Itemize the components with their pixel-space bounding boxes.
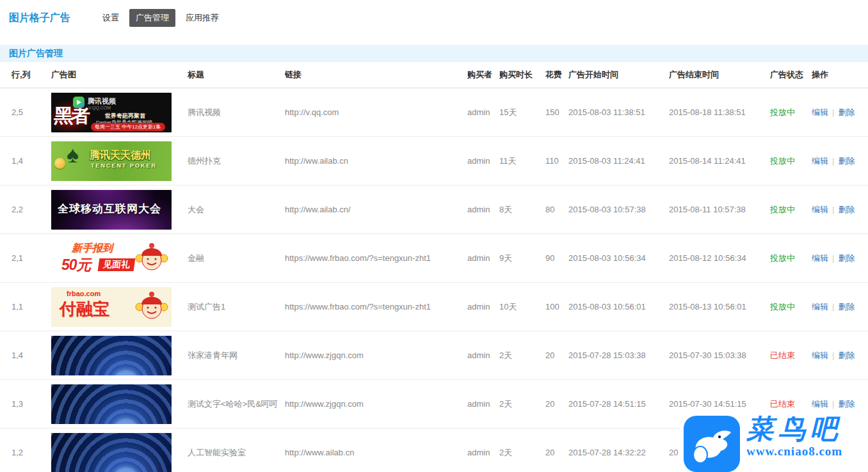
col-duration: 购买时长	[499, 69, 545, 81]
table-row: 2,1 新手报到 50元 见面礼 金融 https://www.frbao.co…	[0, 234, 868, 283]
cost: 20	[545, 448, 568, 457]
col-end-time: 广告结束时间	[669, 69, 770, 81]
ad-image: 全球移动互联网大会	[51, 190, 172, 230]
frbao-brand: 付融宝	[60, 298, 109, 320]
col-status: 广告状态	[770, 69, 812, 81]
cost: 150	[545, 107, 568, 117]
cost: 90	[545, 253, 568, 263]
tab-app-recommend[interactable]: 应用推荐	[179, 9, 225, 27]
ad-link: https://www.frbao.com/?s=tengxun-zht1	[285, 302, 467, 311]
ad-link: http://ww.ailab.cn/	[285, 205, 467, 214]
end-time: 2015-08-13 10:56:01	[669, 302, 770, 311]
gift-label: 见面礼	[98, 258, 136, 271]
end-time: 2015-08-18 11:38:51	[669, 107, 770, 117]
table-row: 1,4 ♠ 腾讯天天德州 TENCENT POKER 德州扑克 http://w…	[0, 137, 868, 185]
edit-link[interactable]: 编辑	[812, 302, 828, 311]
frbao-domain: frbao.com	[67, 290, 100, 297]
row-col-value: 2,1	[0, 253, 51, 263]
ad-image	[51, 433, 172, 472]
action-separator: |	[832, 350, 834, 360]
tab-ad-management[interactable]: 广告管理	[129, 9, 175, 27]
table-row: 1,1 frbao.com 付融宝 测试广告1 https://www.frba…	[0, 283, 868, 331]
end-time: 2015-07-30 15:03:38	[669, 350, 770, 360]
edit-link[interactable]: 编辑	[812, 156, 828, 166]
ad-image	[51, 384, 172, 424]
purchase-duration: 2天	[499, 398, 545, 410]
end-time: 2015-07-30 14:51:15	[669, 399, 770, 409]
row-col-value: 1,4	[0, 156, 51, 166]
tencent-video-play-icon	[73, 97, 84, 108]
delete-link[interactable]: 删除	[838, 205, 855, 214]
tv-brand: 腾讯视频	[88, 97, 116, 106]
ad-image: ♠ 腾讯天天德州 TENCENT POKER	[51, 141, 172, 181]
watermark-brand: 菜鸟吧	[746, 414, 845, 444]
start-time: 2015-08-03 10:56:01	[568, 302, 669, 311]
ad-link: http://www.zjgqn.com	[285, 350, 467, 360]
purchase-duration: 8天	[499, 204, 545, 216]
status-badge: 投放中	[770, 107, 812, 118]
action-separator: |	[832, 205, 834, 214]
bonus-amount: 50元	[61, 255, 91, 275]
col-start-time: 广告开始时间	[568, 69, 669, 81]
top-bar: 图片格子广告 设置 广告管理 应用推荐	[0, 0, 868, 29]
edit-link[interactable]: 编辑	[812, 205, 828, 214]
edit-link[interactable]: 编辑	[812, 350, 828, 360]
ad-image	[51, 336, 172, 375]
ad-title: 金融	[188, 253, 285, 264]
purchase-duration: 11天	[499, 155, 545, 167]
row-col-value: 1,2	[0, 448, 51, 457]
ad-image: 新手报到 50元 见面礼	[51, 239, 172, 278]
end-time: 2015-08-14 11:24:41	[669, 156, 770, 166]
status-badge: 投放中	[770, 155, 812, 167]
tab-settings[interactable]: 设置	[96, 9, 125, 27]
start-time: 2015-07-28 14:32:22	[568, 448, 669, 457]
purchase-duration: 10天	[499, 301, 545, 313]
delete-link[interactable]: 删除	[838, 156, 855, 166]
table-row: 1,4 张家港青年网 http://www.zjgqn.com admin 2天…	[0, 331, 868, 380]
edit-link[interactable]: 编辑	[812, 107, 828, 117]
buyer: admin	[467, 448, 499, 457]
spade-icon: ♠	[67, 141, 79, 168]
ad-link: https://www.frbao.com/?s=tengxun-zht1	[285, 253, 467, 263]
row-actions: 编辑|删除	[812, 350, 868, 361]
cost: 20	[545, 350, 568, 360]
fortune-god-cartoon	[134, 289, 169, 324]
col-cost: 花费	[545, 69, 568, 81]
delete-link[interactable]: 删除	[838, 399, 855, 409]
ad-title: 张家港青年网	[188, 350, 285, 361]
purchase-duration: 2天	[499, 447, 545, 459]
col-title: 标题	[188, 69, 285, 81]
gold-coin-icon	[54, 158, 65, 169]
delete-link[interactable]: 删除	[838, 107, 855, 117]
start-time: 2015-08-03 10:56:34	[568, 253, 669, 263]
watermark-text: 菜鸟吧 www.cniao8.com	[746, 414, 845, 459]
cost: 100	[545, 302, 568, 311]
start-time: 2015-08-03 11:24:41	[568, 156, 669, 166]
table-row: 2,5 黑者 腾讯视频 V.QQ.COM 世界奇葩再聚首 Darker身世悬念即…	[0, 88, 868, 137]
end-time: 2015-08-12 10:56:34	[669, 253, 770, 263]
poker-brand-en: TENCENT POKER	[91, 162, 157, 169]
delete-link[interactable]: 删除	[838, 350, 855, 360]
ad-title: 腾讯视频	[188, 107, 285, 118]
row-actions: 编辑|删除	[812, 253, 868, 264]
row-col-value: 1,4	[0, 350, 51, 360]
edit-link[interactable]: 编辑	[812, 253, 828, 263]
tv-schedule-badge: 每周一三五 中午12点更新1集	[91, 123, 165, 131]
delete-link[interactable]: 删除	[838, 302, 855, 311]
action-separator: |	[832, 107, 834, 117]
row-actions: 编辑|删除	[812, 155, 868, 167]
action-separator: |	[832, 302, 834, 311]
col-ad-image: 广告图	[51, 69, 188, 81]
cost: 20	[545, 399, 568, 409]
edit-link[interactable]: 编辑	[812, 399, 828, 409]
ad-link: http://ww.ailab.cn	[285, 156, 467, 166]
tv-domain: V.QQ.COM	[88, 106, 111, 110]
buyer: admin	[467, 302, 499, 311]
action-separator: |	[832, 253, 834, 263]
col-row-col: 行,列	[0, 69, 51, 81]
delete-link[interactable]: 删除	[838, 253, 855, 263]
row-actions: 编辑|删除	[812, 204, 868, 216]
start-time: 2015-08-03 11:38:51	[568, 107, 669, 117]
ad-title: 测试文字<哈哈>民&呵呵	[188, 398, 285, 410]
ad-link: http://v.qq.com	[285, 107, 467, 117]
